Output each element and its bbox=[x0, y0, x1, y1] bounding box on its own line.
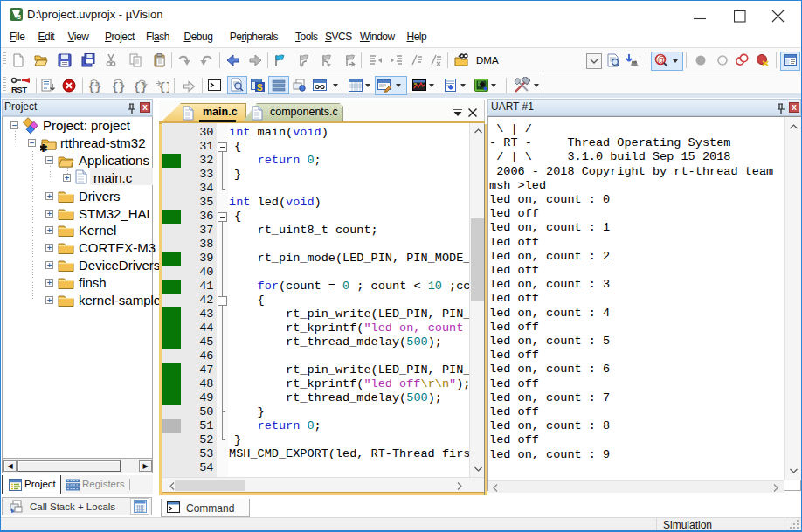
svg-text:{}: {} bbox=[112, 81, 125, 93]
svg-text:RST: RST bbox=[11, 85, 27, 94]
svg-text:S: S bbox=[257, 83, 263, 93]
svg-text:{}: {} bbox=[88, 81, 101, 93]
svg-text:5: 5 bbox=[17, 14, 21, 20]
svg-text:✱: ✱ bbox=[40, 142, 48, 152]
